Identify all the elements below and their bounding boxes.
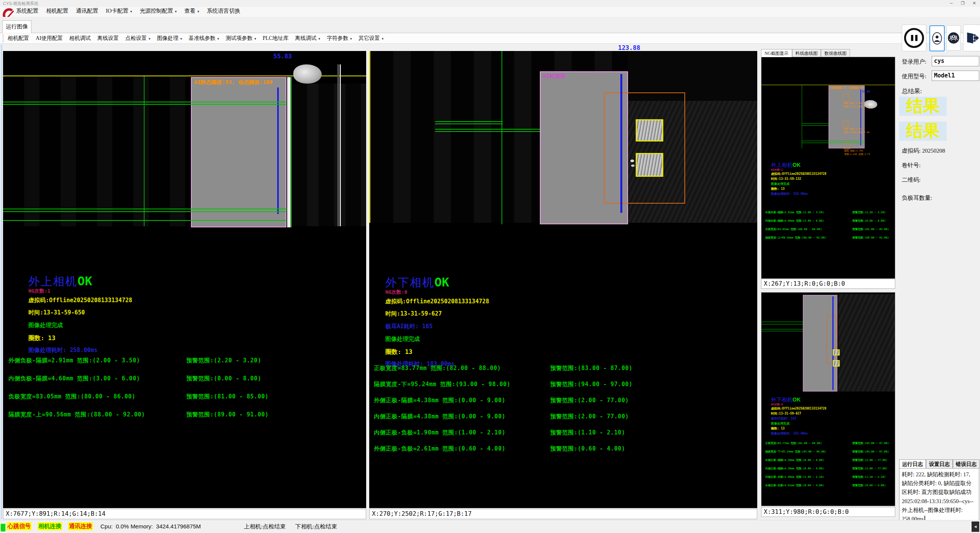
toolbar-ai-config[interactable]: AI使用配置 — [36, 35, 63, 42]
defect-box — [844, 143, 850, 149]
measurement-value: 正极宽度=83.77mm 范围:(82.00 - 88.00) — [374, 365, 501, 372]
tab-ai-cost-label: 极耳AI耗时: 165 — [385, 323, 432, 330]
tab-run-log[interactable]: 运行日志 — [899, 459, 926, 469]
chevron-down-icon: ▾ — [130, 10, 132, 13]
minimize-button[interactable]: ─ — [945, 0, 957, 7]
user-management-button[interactable] — [946, 25, 961, 51]
menu-item-language-switch[interactable]: 系统语言切换 — [207, 7, 240, 15]
measurement-value: 外侧负极-隔膜=2.91mm 范围:(2.00 - 3.50) — [8, 357, 140, 364]
reference-line — [3, 220, 287, 221]
reference-line — [435, 121, 503, 122]
measurement-warning-range: 预警范围:(0.60 - 4.00) — [852, 484, 886, 487]
toolbar-offline-settings[interactable]: 离线设置 — [97, 35, 119, 42]
toolbar-test-params[interactable]: 测试项参数▾ — [225, 35, 256, 42]
measurement-value: 内侧负极-隔膜=4.60mm 范围:(3.00 - 6.00) — [8, 375, 140, 382]
baseline-yellow — [761, 85, 895, 85]
scroll-left-arrow-icon[interactable]: ◄ — [972, 521, 979, 532]
close-button[interactable]: ✕ — [968, 0, 980, 7]
camera-image-metal-region — [838, 294, 895, 392]
measurement-value: 隔膜宽度-上=90.56mm 范围:(88.00 - 92.00) — [765, 236, 826, 240]
toolbar-char-params[interactable]: 字符参数▾ — [327, 35, 352, 42]
comm-link-status-badge: 通讯连接 — [68, 522, 93, 530]
ng-count-label: NG次数:0 — [771, 403, 783, 406]
toolbar-camera-debug[interactable]: 相机调试 — [69, 35, 91, 42]
tab-data-curve[interactable]: 数据曲线图 — [821, 49, 850, 57]
edge-measure-line — [832, 296, 834, 390]
reference-line — [802, 143, 864, 143]
electrode-region-box: AI静态阈值:93, 动态阈值:100 — [191, 77, 286, 227]
tab-material-curve[interactable]: 料线曲线图 — [792, 49, 821, 57]
measurement-warning-range: 预警范围:(2.20 - 3.20) — [852, 211, 886, 214]
model-input[interactable]: Model1 — [932, 71, 979, 81]
camera-image-left-region — [3, 76, 192, 226]
camera-image-right-region — [292, 84, 366, 226]
camera-name-label: 外上相机 — [28, 275, 77, 288]
image-band-bright — [340, 64, 341, 226]
measurement-warning-range: 预警范围:(1.10 - 2.10) — [550, 429, 625, 436]
camera-status-ok: OK — [77, 274, 92, 288]
pause-button[interactable] — [902, 25, 926, 51]
maximize-button[interactable]: ❐ — [957, 0, 968, 7]
toolbar-other-settings[interactable]: 其它设置▾ — [358, 35, 384, 42]
loop-count-label: 圈数: 13 — [771, 426, 784, 431]
toolbar-image-processing[interactable]: 图像处理▾ — [157, 35, 182, 42]
reference-line — [761, 324, 803, 324]
ng-count-label: NG次数:0 — [385, 289, 407, 296]
menu-item-system-config[interactable]: 系统配置 — [16, 7, 38, 15]
title-bar: CYS-视觉检测系统 ─ ❐ ✕ — [0, 0, 980, 7]
virtual-code-label: 虚拟码:Offline20250208133134728 — [28, 297, 132, 304]
camera-result-title: 外下相机OK — [385, 275, 449, 291]
reference-line-vertical — [802, 85, 802, 148]
measurement-warning-range: 预警范围:(81.00 - 85.00) — [852, 227, 889, 231]
measurement-warning-range: 预警范围:(83.00 - 87.00) — [550, 365, 633, 372]
tab-error-log[interactable]: 错误日志 — [953, 459, 980, 469]
measurement-warning-range: 预警范围:(1.10 - 2.10) — [852, 475, 886, 479]
menu-item-light-config[interactable]: 光源控制配置▾ — [140, 7, 177, 15]
tab-run-image[interactable]: 运行图像 — [2, 20, 31, 33]
menu-item-view[interactable]: 查看▾ — [184, 7, 199, 15]
process-done-label: 图像处理完成 — [385, 336, 420, 343]
edge-measure-line — [620, 74, 622, 213]
toolbar-drag-handle-icon[interactable] — [3, 35, 5, 42]
defect-search-orange-box — [604, 92, 685, 204]
reference-line-vertical — [502, 51, 502, 224]
menu-item-comm-config[interactable]: 通讯配置 — [76, 7, 98, 15]
toolbar-camera-config[interactable]: 相机配置 — [8, 35, 29, 42]
anode-tab-count-label: 负极耳数量: — [902, 194, 932, 202]
chevron-down-icon: ▾ — [382, 37, 384, 41]
defect-box — [843, 120, 848, 127]
ng-panel-tabs: NG截图显示 料线曲线图 数据曲线图 — [761, 49, 850, 57]
measurement-value: 负极宽度=83.05mm 范围:(80.00 - 86.00) — [765, 227, 822, 231]
pause-icon — [904, 28, 924, 48]
tab-settings-log[interactable]: 设置日志 — [926, 459, 953, 469]
measurement-value: 内侧负极-隔膜=4.60mm 范围:(3.00 - 6.00) — [765, 219, 824, 223]
ng-thumbnail-lower[interactable]: 外下相机OK NG次数:0 虚拟码:Offline202502081331347… — [761, 292, 895, 506]
tab-ng-screenshot[interactable]: NG截图显示 — [761, 49, 792, 57]
tab-detection-box — [833, 360, 840, 367]
reference-line — [802, 141, 864, 141]
menu-item-io-config[interactable]: IO卡配置▾ — [106, 7, 132, 15]
toolbar-spot-check[interactable]: 点检设置▾ — [125, 35, 151, 42]
image-band — [337, 64, 339, 226]
chevron-down-icon: ▾ — [149, 37, 151, 41]
defect-label: 缺陷 面积:1.791宽度:1.231 高度:1.71 — [844, 149, 870, 156]
highlight-dot — [630, 160, 634, 162]
measurement-value: 外侧正极-负极=2.61mm 范围:(0.60 - 4.00) — [374, 445, 505, 452]
tab-detection-box — [636, 153, 663, 177]
toolbar-baseline-params[interactable]: 基准线参数▾ — [189, 35, 219, 42]
logout-button[interactable] — [963, 25, 980, 51]
ng-thumbnail-upper[interactable]: AI静态阈值:93, 动态阈值:100 55.83 缺陷 面积:1.236宽度:… — [761, 57, 895, 279]
window-title: CYS-视觉检测系统 — [3, 1, 38, 7]
chevron-down-icon: ▾ — [180, 37, 182, 41]
toolbar-plc-library[interactable]: PLC地址库 — [263, 35, 289, 42]
tab-detection-box — [833, 349, 840, 355]
menu-item-camera-config[interactable]: 相机配置 — [46, 7, 68, 15]
right-camera-view[interactable]: AI检测框 外下相机OK NG次数:0 虚拟码:Offline202502081… — [369, 51, 757, 508]
toolbar-offline-debug[interactable]: 离线调试▾ — [295, 35, 321, 42]
measurement-value: 内侧正极-隔膜=4.38mm 范围:(0.00 - 9.00) — [374, 413, 505, 420]
edge-measure-line — [860, 89, 861, 145]
reference-line — [802, 125, 829, 126]
login-user-input[interactable]: cys — [932, 56, 979, 66]
left-camera-view[interactable]: AI静态阈值:93, 动态阈值:100 55.83 外上相机OK NG次数:1 … — [3, 51, 366, 508]
current-user-button[interactable] — [929, 25, 945, 51]
